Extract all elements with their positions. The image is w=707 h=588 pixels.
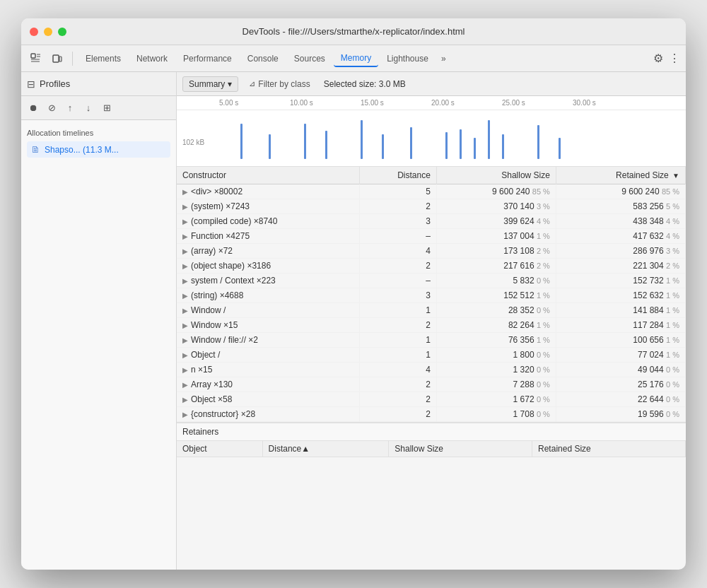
table-row[interactable]: ▶(object shape) ×3186 2 217 616 2 % 221 …: [177, 259, 686, 274]
table-row[interactable]: ▶Array ×130 2 7 288 0 % 25 176 0 %: [177, 377, 686, 392]
shallow-val: 1 800 0 %: [436, 348, 556, 363]
retainers-body: [177, 457, 686, 514]
table-row[interactable]: ▶(array) ×72 4 173 108 2 % 286 976 3 %: [177, 244, 686, 259]
tab-elements[interactable]: Elements: [78, 51, 128, 66]
expand-icon[interactable]: ▶: [182, 381, 188, 389]
summary-button[interactable]: Summary ▾: [182, 76, 238, 92]
more-tabs[interactable]: »: [437, 51, 450, 66]
constructor-name: Array ×130: [191, 380, 233, 389]
table-row[interactable]: ▶Function ×4275 – 137 004 1 % 417 632 4 …: [177, 229, 686, 244]
sidebar-content: Allocation timelines 🗎 Shapso... (11.3 M…: [21, 120, 176, 570]
tab-network[interactable]: Network: [129, 51, 175, 66]
shallow-val: 7 288 0 %: [436, 377, 556, 392]
expand-icon[interactable]: ▶: [182, 247, 188, 255]
ret-header-retained[interactable]: Retained Size: [532, 441, 686, 457]
upload-icon[interactable]: ↑: [62, 100, 78, 116]
header-distance[interactable]: Distance: [359, 167, 436, 184]
expand-icon[interactable]: ▶: [182, 218, 188, 225]
tab-performance[interactable]: Performance: [176, 51, 239, 66]
expand-icon[interactable]: ▶: [182, 203, 188, 211]
distance-val: 4: [359, 244, 436, 259]
filter-label: Filter by class: [258, 79, 310, 89]
minimize-button[interactable]: [44, 28, 52, 36]
clear-icon[interactable]: ⊞: [99, 100, 115, 116]
expand-icon[interactable]: ▶: [182, 292, 188, 300]
bar-12: [502, 134, 504, 159]
traffic-lights: [30, 28, 66, 36]
table-row[interactable]: ▶(system) ×7243 2 370 140 3 % 583 256 5 …: [177, 199, 686, 214]
expand-icon[interactable]: ▶: [182, 396, 188, 404]
expand-icon[interactable]: ▶: [182, 307, 188, 314]
tab-lighthouse[interactable]: Lighthouse: [380, 51, 436, 66]
table-row[interactable]: ▶<div> ×80002 5 9 600 240 85 % 9 600 240…: [177, 184, 686, 199]
constructor-name: n ×15: [191, 365, 212, 375]
expand-icon[interactable]: ▶: [182, 336, 188, 344]
table-row[interactable]: ▶{constructor} ×28 2 1 708 0 % 19 596 0 …: [177, 407, 686, 422]
tab-memory[interactable]: Memory: [334, 50, 378, 67]
stop-icon[interactable]: ⊘: [44, 100, 59, 116]
settings-icon[interactable]: ⚙: [653, 52, 663, 65]
shallow-val: 1 708 0 %: [436, 407, 556, 422]
table-body: ▶<div> ×80002 5 9 600 240 85 % 9 600 240…: [177, 184, 686, 422]
bar-10: [474, 138, 476, 159]
expand-icon[interactable]: ▶: [182, 233, 188, 240]
header-retained[interactable]: Retained Size ▼: [556, 167, 685, 184]
expand-icon[interactable]: ▶: [182, 188, 188, 196]
header-constructor[interactable]: Constructor: [177, 167, 359, 184]
table-row[interactable]: ▶Object / 1 1 800 0 % 77 024 1 %: [177, 348, 686, 363]
ret-header-object[interactable]: Object: [177, 441, 262, 457]
separator-1: [72, 52, 73, 66]
close-button[interactable]: [30, 28, 38, 36]
table-wrapper[interactable]: Constructor Distance Shallow Size Retain…: [177, 167, 686, 570]
constructor-name: system / Context ×223: [191, 276, 276, 286]
distance-val: 1: [359, 348, 436, 363]
table-row[interactable]: ▶Window ×15 2 82 264 1 % 117 284 1 %: [177, 318, 686, 333]
more-options-icon[interactable]: ⋮: [669, 52, 680, 65]
filter-button[interactable]: ⊿ Filter by class: [243, 76, 316, 92]
shallow-val: 217 616 2 %: [436, 259, 556, 274]
bar-6: [382, 134, 384, 159]
expand-icon[interactable]: ▶: [182, 262, 188, 270]
table-row[interactable]: ▶system / Context ×223 – 5 832 0 % 152 7…: [177, 274, 686, 288]
table-row[interactable]: ▶Window / 1 28 352 0 % 141 884 1 %: [177, 303, 686, 318]
device-icon[interactable]: [48, 49, 66, 68]
constructor-name: Window /: [191, 305, 226, 315]
panel-toolbar: Summary ▾ ⊿ Filter by class Selected siz…: [177, 72, 686, 96]
heap-table: Constructor Distance Shallow Size Retain…: [177, 167, 686, 422]
timeline-ruler: 5.00 s 10.00 s 15.00 s 20.00 s 25.00 s 3…: [177, 96, 686, 110]
table-row[interactable]: ▶(string) ×4688 3 152 512 1 % 152 632 1 …: [177, 288, 686, 303]
record-icon[interactable]: ⏺: [25, 100, 41, 116]
distance-val: 1: [359, 303, 436, 318]
settings-area: ⚙ ⋮: [653, 52, 680, 65]
table-row[interactable]: ▶Object ×58 2 1 672 0 % 22 644 0 %: [177, 392, 686, 407]
svg-rect-2: [59, 57, 62, 61]
distance-val: 2: [359, 392, 436, 407]
window-title: DevTools - file:///Users/stmarthe/x-repl…: [243, 26, 465, 37]
table-row[interactable]: ▶(compiled code) ×8740 3 399 624 4 % 438…: [177, 214, 686, 229]
ret-header-distance[interactable]: Distance▲: [262, 441, 389, 457]
ruler-mark-30: 30.00 s: [573, 99, 596, 107]
maximize-button[interactable]: [58, 28, 66, 36]
inspect-icon[interactable]: [27, 49, 45, 68]
expand-icon[interactable]: ▶: [182, 366, 188, 374]
retained-val: 152 632 1 %: [556, 288, 685, 303]
expand-icon[interactable]: ▶: [182, 411, 188, 418]
ret-header-shallow[interactable]: Shallow Size: [389, 441, 532, 457]
tab-sources[interactable]: Sources: [287, 51, 332, 66]
bar-13: [537, 125, 539, 159]
table-header: Constructor Distance Shallow Size Retain…: [177, 167, 686, 184]
tab-console[interactable]: Console: [240, 51, 286, 66]
header-shallow[interactable]: Shallow Size: [436, 167, 556, 184]
bar-8: [445, 132, 448, 159]
titlebar: DevTools - file:///Users/stmarthe/x-repl…: [21, 18, 686, 45]
expand-icon[interactable]: ▶: [182, 322, 188, 329]
retained-val: 117 284 1 %: [556, 318, 685, 333]
expand-icon[interactable]: ▶: [182, 277, 188, 285]
timeline-area: 5.00 s 10.00 s 15.00 s 20.00 s 25.00 s 3…: [177, 96, 686, 167]
expand-icon[interactable]: ▶: [182, 351, 188, 359]
table-row[interactable]: ▶Window / file:// ×2 1 76 356 1 % 100 65…: [177, 333, 686, 348]
snapshot-item[interactable]: 🗎 Shapso... (11.3 M...: [27, 141, 170, 158]
table-row[interactable]: ▶n ×15 4 1 320 0 % 49 044 0 %: [177, 363, 686, 377]
download-icon[interactable]: ↓: [81, 100, 96, 116]
ruler-mark-5: 5.00 s: [219, 99, 238, 107]
